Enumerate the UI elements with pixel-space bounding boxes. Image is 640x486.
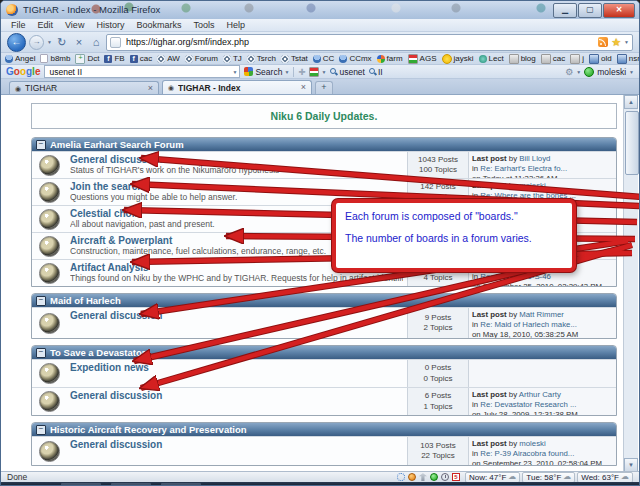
forward-button[interactable]: → <box>29 35 44 50</box>
google-search-input[interactable] <box>47 66 232 78</box>
wrench-icon[interactable]: ⚙ <box>565 67 573 77</box>
weather-segment[interactable]: Tue: 58°F☁ <box>522 472 575 483</box>
lastpost-topic-link[interactable]: Re: Earhart's Electra fo... <box>480 164 567 173</box>
calendar-icon[interactable]: 5 <box>452 473 460 481</box>
home-button[interactable]: ⌂ <box>89 36 103 48</box>
bookmark-farm[interactable]: farm <box>377 54 403 63</box>
category-header[interactable]: −Historic Aircraft Recovery and Preserva… <box>32 423 616 436</box>
board-link[interactable]: General discussion <box>70 154 403 165</box>
bookmark-lect[interactable]: Lect <box>479 54 504 63</box>
category-header[interactable]: −Amelia Earhart Search Forum <box>32 138 616 151</box>
bookmark-b8mb[interactable]: b8mb <box>40 54 70 63</box>
lastpost-author-link[interactable]: Bill Lloyd <box>519 154 550 163</box>
menu-item-edit[interactable]: Edit <box>32 20 60 30</box>
collapse-icon[interactable]: − <box>36 140 46 150</box>
bookmark-angel[interactable]: Angel <box>5 54 35 63</box>
google-account-name[interactable]: moleski <box>597 67 626 77</box>
bookmark-blog[interactable]: blog <box>509 54 536 64</box>
new-tab-button[interactable]: + <box>315 81 333 94</box>
lastpost-topic-link[interactable]: Re: P-39 Airacobra found... <box>480 449 574 458</box>
bookmark-tj[interactable]: TJ <box>223 54 242 63</box>
bookmark-star-icon[interactable]: ★ <box>611 37 621 47</box>
google-search-box[interactable]: ▼ <box>44 65 240 78</box>
close-button[interactable]: ✕ <box>603 3 635 18</box>
toolbar-settings-dropdown-icon[interactable]: ▼ <box>576 69 581 75</box>
lastpost-topic-link[interactable]: Re: Devastator Research ... <box>480 400 576 409</box>
board-link[interactable]: General discussion <box>70 390 403 401</box>
tab-close-icon[interactable]: × <box>148 84 153 93</box>
word-find-button-2[interactable]: II <box>369 67 383 77</box>
bookmark-old[interactable]: old <box>589 54 612 64</box>
url-dropdown-icon[interactable]: ▼ <box>624 39 629 45</box>
search-options-dropdown-icon[interactable]: ▼ <box>284 69 289 75</box>
alert-icon[interactable] <box>408 473 416 481</box>
tab-tighar-index[interactable]: ◉TIGHAR - Index× <box>162 80 312 94</box>
back-button[interactable]: ← <box>7 33 26 52</box>
stop-button[interactable]: × <box>72 36 86 48</box>
bookmark-cac[interactable]: cac <box>541 54 565 64</box>
lastpost-author-link[interactable]: moleski <box>519 181 545 190</box>
site-identity-icon[interactable] <box>110 37 121 48</box>
collapse-icon[interactable]: − <box>36 425 46 435</box>
reload-button[interactable]: ↻ <box>55 36 69 49</box>
history-dropdown-icon[interactable]: ▼ <box>47 39 52 45</box>
bookmark-tstat[interactable]: Tstat <box>281 54 308 63</box>
menu-item-help[interactable]: Help <box>220 20 251 30</box>
lastpost-topic-link[interactable]: Re: Artifact 2-6-S-46 <box>480 272 551 281</box>
highlight-button[interactable]: ✚ <box>298 67 305 77</box>
clock-icon[interactable] <box>441 473 449 481</box>
collapse-icon[interactable]: − <box>36 296 46 306</box>
bookmark-cac[interactable]: cac <box>130 54 152 63</box>
bookmark-j[interactable]: j <box>570 54 584 64</box>
rss-icon[interactable] <box>598 37 608 47</box>
toolbar-extra-button[interactable]: ▼ <box>309 67 326 77</box>
vertical-scrollbar[interactable]: ▲ ▼ <box>623 95 638 472</box>
bookmark-forum[interactable]: Forum <box>185 54 218 63</box>
menu-item-file[interactable]: File <box>5 20 32 30</box>
category-header[interactable]: −To Save a Devastator <box>32 346 616 359</box>
bookmark-tsrch[interactable]: Tsrch <box>247 54 276 63</box>
weather-segment[interactable]: Now: 47°F☁ <box>465 472 520 483</box>
lastpost-author-link[interactable]: moleski <box>519 439 545 448</box>
scroll-up-icon[interactable]: ▲ <box>624 95 638 109</box>
menu-item-history[interactable]: History <box>90 20 130 30</box>
usb-icon[interactable] <box>419 473 427 481</box>
lastpost-topic-link[interactable]: Re: Maid of Harlech make... <box>480 320 577 329</box>
board-link[interactable]: General discussion <box>70 310 403 321</box>
bookmark-dct[interactable]: Dct <box>75 54 99 64</box>
scroll-down-icon[interactable]: ▼ <box>624 458 638 472</box>
url-bar[interactable]: ★ ▼ <box>106 34 633 51</box>
tab-close-icon[interactable]: × <box>301 83 306 92</box>
board-link[interactable]: Join the search <box>70 181 403 192</box>
bookmark-nsrca_us[interactable]: nsrca_us <box>617 54 639 64</box>
bookmark-cc[interactable]: CC <box>313 54 335 63</box>
collapse-icon[interactable]: − <box>36 348 46 358</box>
bookmark-jayski[interactable]: jayski <box>442 54 474 64</box>
category-header[interactable]: −Maid of Harlech <box>32 294 616 307</box>
board-link[interactable]: General discussion <box>70 439 403 450</box>
maximize-button[interactable]: ▢ <box>578 3 602 18</box>
lastpost-author-link[interactable]: Arthur Carty <box>519 390 561 399</box>
bookmark-fb[interactable]: FB <box>104 54 124 63</box>
bookmark-ags[interactable]: AGS <box>408 54 437 64</box>
google-search-button[interactable]: Search ▼ <box>244 67 289 77</box>
scrollbar-thumb[interactable] <box>625 111 639 175</box>
board-link[interactable]: Expedition news <box>70 362 403 373</box>
url-input[interactable] <box>124 36 595 48</box>
bookmark-ccmx[interactable]: CCmx <box>339 54 371 63</box>
bookmark-label: cac <box>553 54 565 63</box>
lastpost-author-link[interactable]: Matt Rimmer <box>519 310 564 319</box>
account-dropdown-icon[interactable]: ▼ <box>629 69 634 75</box>
google-search-dropdown-icon[interactable]: ▼ <box>233 69 238 75</box>
windows-taskbar[interactable] <box>1 482 639 486</box>
tab-tighar[interactable]: ◉TIGHAR× <box>9 81 159 94</box>
weather-segment[interactable]: Wed: 63°F☁ <box>577 472 633 483</box>
bookmark-aw[interactable]: AW <box>157 54 180 63</box>
sync-icon[interactable] <box>397 473 405 481</box>
menu-item-bookmarks[interactable]: Bookmarks <box>130 20 187 30</box>
word-find-button-1[interactable]: usenet <box>330 67 365 77</box>
menu-item-view[interactable]: View <box>59 20 90 30</box>
status-dot-icon[interactable] <box>430 473 438 481</box>
minimize-button[interactable]: ▁ <box>553 3 577 18</box>
menu-item-tools[interactable]: Tools <box>187 20 220 30</box>
